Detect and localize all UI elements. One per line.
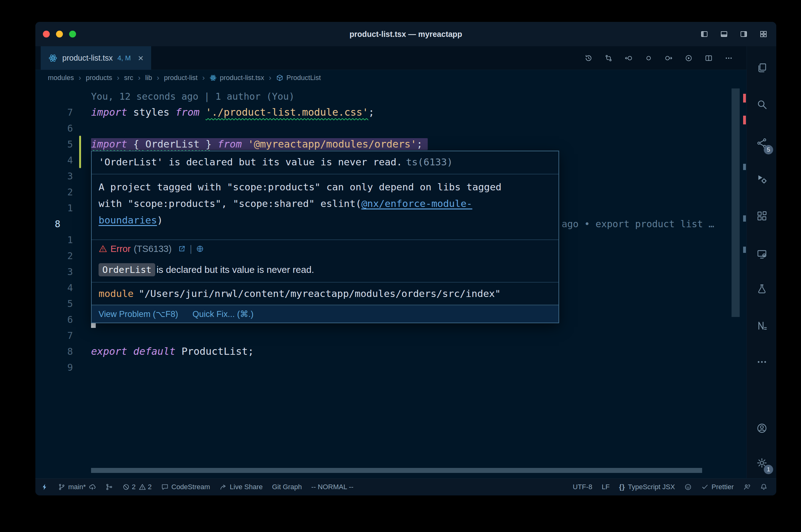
line-number[interactable]: 8 [35, 216, 73, 232]
code-line[interactable]: import styles from './product-list.modul… [91, 104, 374, 120]
line-number[interactable]: 4 [35, 280, 73, 296]
status-problems[interactable]: 22 [122, 483, 152, 491]
panel-right-toggle-button[interactable] [740, 30, 748, 38]
breadcrumb-item-products[interactable]: products [86, 74, 112, 82]
status-codestream[interactable]: CodeStream [161, 483, 210, 491]
compare-icon [604, 54, 613, 62]
globe-icon[interactable] [196, 245, 204, 253]
quick-fix-button[interactable]: Quick Fix... (⌘.) [193, 309, 253, 319]
warning-count: 2 [148, 483, 152, 491]
close-window-button[interactable] [43, 31, 50, 38]
activity-bar-remote-explorer[interactable] [747, 243, 776, 265]
settings-badge: 1 [764, 465, 773, 474]
breadcrumb-item-modules[interactable]: modules [48, 74, 74, 82]
line-number[interactable]: 5 [35, 136, 73, 152]
breadcrumb-separator: › [117, 73, 120, 82]
line-number[interactable]: 2 [35, 248, 73, 264]
panel-bottom-toggle-button[interactable] [720, 30, 728, 38]
editor-action-history[interactable] [584, 54, 593, 62]
panel-left-toggle-button[interactable] [700, 30, 708, 38]
activity-bar-accounts[interactable] [747, 417, 776, 439]
beaker-icon [756, 283, 767, 294]
activity-bar-explorer[interactable] [747, 57, 776, 79]
activity-bar-source-control[interactable]: 5 [747, 132, 776, 154]
tab-product-list[interactable]: product-list.tsx 4, M × [41, 46, 151, 70]
activity-bar-additional-views[interactable] [747, 351, 776, 373]
status-encoding[interactable]: UTF-8 [573, 483, 592, 491]
liveshare-icon [219, 483, 227, 491]
code-row: 8export default ProductList; [35, 343, 747, 359]
editor-action-compare[interactable] [604, 54, 613, 62]
activity-bar-settings[interactable]: 1 [747, 452, 776, 474]
line-number[interactable]: 1 [35, 200, 73, 216]
merge-icon [106, 483, 113, 491]
activity-bar-extensions[interactable] [747, 205, 776, 227]
editor-action-forward[interactable] [665, 54, 673, 62]
status-git-branch[interactable]: main* [58, 483, 96, 491]
status-notifications[interactable] [760, 483, 767, 491]
overview-ruler [743, 86, 746, 478]
horizontal-scrollbar[interactable] [91, 468, 702, 473]
breadcrumb-item-product-list-tsx[interactable]: product-list.tsx [209, 74, 264, 82]
editor-action-circle[interactable] [644, 54, 653, 62]
vertical-scrollbar[interactable] [731, 89, 740, 317]
breadcrumb-item-src[interactable]: src [124, 74, 133, 82]
eslint-rule-link[interactable]: boundaries [98, 214, 157, 226]
remote-monitor-icon [756, 248, 767, 260]
status-feedback-person[interactable] [743, 483, 751, 491]
line-number[interactable]: 7 [35, 104, 73, 120]
editor-action-splitv[interactable] [705, 54, 713, 62]
status-feedback-smiley[interactable] [684, 483, 692, 491]
status-remote-indicator[interactable] [41, 483, 49, 491]
external-link-icon[interactable] [178, 245, 186, 253]
status-prettier[interactable]: Prettier [701, 483, 734, 491]
error-detail-row: Error(TS6133) | [92, 240, 559, 258]
line-number[interactable]: 4 [35, 152, 73, 168]
breadcrumb-item-product-list[interactable]: product-list [164, 74, 198, 82]
activity-bar-search[interactable] [747, 93, 776, 116]
activity-bar-nx-console[interactable] [747, 315, 776, 337]
code-line[interactable]: export default ProductList; [91, 343, 254, 359]
splitv-icon [705, 54, 713, 62]
run-gear-icon [756, 173, 767, 185]
status-git-graph[interactable]: Git Graph [272, 483, 302, 491]
view-problem-button[interactable]: View Problem (⌥F8) [98, 309, 178, 319]
line-number[interactable]: 1 [35, 232, 73, 248]
status-live-share[interactable]: Live Share [219, 483, 262, 491]
error-label: Error [110, 244, 130, 254]
comment-icon [161, 483, 169, 491]
minimize-window-button[interactable] [56, 31, 63, 38]
cloud-up-icon [89, 483, 96, 491]
activity-bar-run-and-debug[interactable] [747, 168, 776, 190]
activity-bar-testing[interactable] [747, 278, 776, 300]
breadcrumb-item-productlist[interactable]: ProductList [276, 74, 321, 82]
zoom-window-button[interactable] [69, 31, 76, 38]
braces-glyph: {} [619, 483, 625, 491]
line-number[interactable]: 8 [35, 343, 73, 359]
status-eol[interactable]: LF [602, 483, 610, 491]
line-number[interactable]: 7 [35, 327, 73, 343]
eslint-rule-link[interactable]: @nx/enforce-module- [361, 198, 472, 209]
line-number[interactable]: 3 [35, 168, 73, 184]
code-editor[interactable]: You, 12 seconds ago | 1 author (You)7imp… [35, 86, 747, 478]
layout-icon [759, 30, 767, 38]
popup-resize-handle[interactable] [91, 323, 96, 328]
status-merge-status[interactable] [106, 483, 113, 491]
tab-close-button[interactable]: × [138, 54, 144, 63]
editor-action-ellipsis[interactable] [725, 54, 733, 62]
editor-action-back[interactable] [624, 54, 633, 62]
status-vim-mode[interactable]: -- NORMAL -- [311, 483, 353, 491]
nx-icon [756, 320, 767, 331]
code-line[interactable]: import { OrderList } from '@myreactapp/m… [91, 136, 428, 152]
check-icon [701, 483, 709, 491]
line-number[interactable]: 9 [35, 359, 73, 375]
line-number[interactable]: 5 [35, 296, 73, 312]
layout-toggle-button[interactable] [759, 30, 767, 38]
line-number[interactable]: 6 [35, 312, 73, 327]
editor-action-run[interactable] [685, 54, 693, 62]
status-language-mode[interactable]: {}TypeScript JSX [619, 483, 675, 491]
breadcrumb-item-lib[interactable]: lib [145, 74, 152, 82]
line-number[interactable]: 6 [35, 120, 73, 136]
line-number[interactable]: 2 [35, 184, 73, 200]
line-number[interactable]: 3 [35, 264, 73, 280]
